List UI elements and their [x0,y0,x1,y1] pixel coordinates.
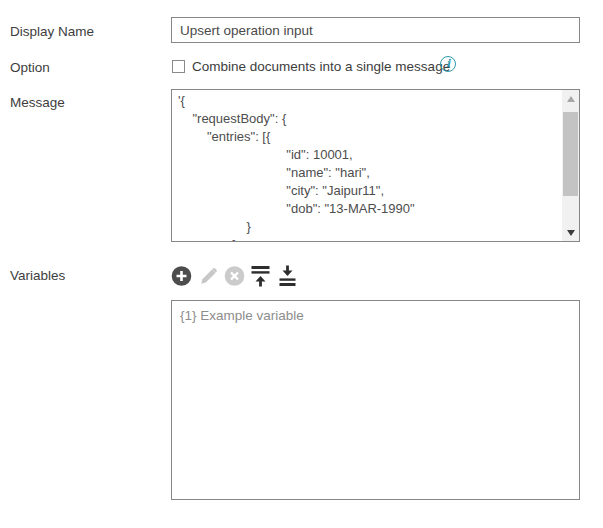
scrollbar-up-button[interactable] [562,90,579,107]
combine-documents-checkbox-label: Combine documents into a single message [192,59,450,74]
combine-documents-checkbox[interactable] [172,60,185,73]
move-to-top-button[interactable] [250,265,271,287]
option-label: Option [10,60,50,75]
display-name-input[interactable] [171,17,580,43]
edit-variable-icon [198,265,219,287]
message-content: '{ "requestBody": { "entries": [{ "id": … [172,90,562,241]
add-variable-icon [171,265,192,287]
scroll-up-arrow-icon [567,96,575,102]
move-to-top-icon [250,265,271,287]
move-to-bottom-button[interactable] [277,265,298,287]
display-name-label: Display Name [10,24,94,39]
edit-variable-button[interactable] [198,265,219,287]
add-variable-button[interactable] [171,265,192,287]
scrollbar-down-button[interactable] [562,224,579,241]
variables-list[interactable]: {1} Example variable [171,300,580,500]
move-to-bottom-icon [277,265,298,287]
scroll-down-arrow-icon [567,230,575,236]
scrollbar-thumb[interactable] [563,112,578,196]
message-textarea[interactable]: '{ "requestBody": { "entries": [{ "id": … [171,89,580,242]
delete-variable-icon [224,265,245,287]
message-label: Message [10,95,65,110]
info-icon[interactable]: i [440,56,456,72]
message-scrollbar[interactable] [562,90,579,241]
list-item[interactable]: {1} Example variable [172,301,579,330]
variables-label: Variables [10,268,65,283]
properties-form: Display Name Option Combine documents in… [0,0,603,528]
delete-variable-button[interactable] [224,265,245,287]
